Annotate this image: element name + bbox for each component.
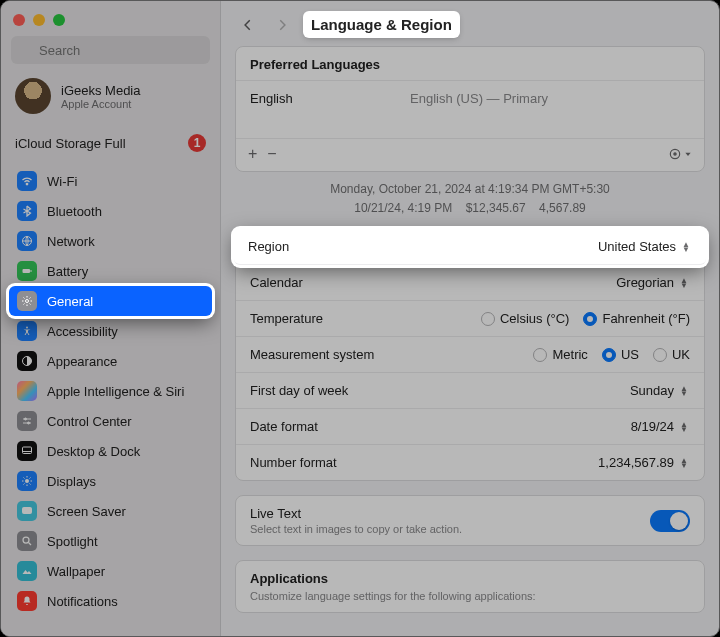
sidebar-item-control-center[interactable]: Control Center (9, 406, 212, 436)
gear-icon (17, 291, 37, 311)
language-name: English (250, 91, 410, 106)
globe-icon (17, 231, 37, 251)
svg-point-11 (25, 418, 27, 420)
apple-account-row[interactable]: iGeeks Media Apple Account (1, 74, 220, 124)
measure-us-radio[interactable]: US (602, 347, 639, 362)
wallpaper-icon (17, 561, 37, 581)
close-icon[interactable] (13, 14, 25, 26)
account-subtitle: Apple Account (61, 98, 140, 110)
svg-rect-16 (23, 508, 32, 514)
language-footer: + − (236, 138, 704, 171)
sidebar-item-label: Apple Intelligence & Siri (47, 384, 184, 399)
temp-celsius-radio[interactable]: Celsius (°C) (481, 311, 569, 326)
sidebar-item-battery[interactable]: Battery (9, 256, 212, 286)
bluetooth-icon (17, 201, 37, 221)
firstday-label: First day of week (250, 383, 348, 398)
sidebar-item-desktop-dock[interactable]: Desktop & Dock (9, 436, 212, 466)
measurement-label: Measurement system (250, 347, 374, 362)
search-input[interactable] (11, 36, 210, 64)
firstday-value: Sunday (630, 383, 674, 398)
formats-card: Region United States▲▼ Calendar Gregoria… (235, 228, 705, 481)
updown-icon: ▲▼ (680, 278, 690, 288)
remove-language-button[interactable]: − (267, 145, 276, 163)
dateformat-row[interactable]: Date format 8/19/24▲▼ (236, 409, 704, 445)
sidebar-item-label: Battery (47, 264, 88, 279)
svg-marker-21 (685, 153, 690, 156)
language-options-menu[interactable] (668, 147, 692, 161)
forward-button[interactable] (271, 14, 293, 36)
sidebar-item-network[interactable]: Network (9, 226, 212, 256)
sidebar-item-label: Wi-Fi (47, 174, 77, 189)
svg-point-6 (26, 300, 29, 303)
preview-line1: Monday, October 21, 2024 at 4:19:34 PM G… (235, 180, 705, 199)
avatar (15, 78, 51, 114)
sidebar-item-displays[interactable]: Displays (9, 466, 212, 496)
sliders-icon (17, 411, 37, 431)
sidebar-item-general[interactable]: General (9, 286, 212, 316)
battery-icon (17, 261, 37, 281)
firstday-row[interactable]: First day of week Sunday▲▼ (236, 373, 704, 409)
measure-uk-radio[interactable]: UK (653, 347, 690, 362)
sidebar-item-bluetooth[interactable]: Bluetooth (9, 196, 212, 226)
settings-window: iGeeks Media Apple Account iCloud Storag… (0, 0, 720, 637)
sidebar-item-accessibility[interactable]: Accessibility (9, 316, 212, 346)
sidebar: iGeeks Media Apple Account iCloud Storag… (1, 1, 221, 636)
sidebar-item-spotlight[interactable]: Spotlight (9, 526, 212, 556)
nav-list: Wi-Fi Bluetooth Network Battery General … (1, 166, 220, 624)
calendar-value: Gregorian (616, 275, 674, 290)
sidebar-item-label: Accessibility (47, 324, 118, 339)
back-button[interactable] (237, 14, 259, 36)
svg-rect-13 (23, 447, 32, 454)
storage-row[interactable]: iCloud Storage Full 1 (1, 124, 220, 166)
sidebar-item-label: Network (47, 234, 95, 249)
format-preview: Monday, October 21, 2024 at 4:19:34 PM G… (235, 180, 705, 218)
sidebar-item-label: Notifications (47, 594, 118, 609)
region-label: Region (248, 239, 289, 254)
sidebar-item-notifications[interactable]: Notifications (9, 586, 212, 616)
preview-money: $12,345.67 (466, 201, 526, 215)
dateformat-value: 8/19/24 (631, 419, 674, 434)
preview-date-short: 10/21/24, 4:19 PM (354, 201, 452, 215)
live-text-subtext: Select text in images to copy or take ac… (250, 523, 462, 535)
bell-icon (17, 591, 37, 611)
live-text-toggle[interactable] (650, 510, 690, 532)
sidebar-item-label: General (47, 294, 93, 309)
sidebar-item-label: Displays (47, 474, 96, 489)
applications-subtext: Customize language settings for the foll… (236, 590, 704, 612)
language-row[interactable]: English English (US) — Primary (236, 81, 704, 138)
sidebar-item-label: Screen Saver (47, 504, 126, 519)
sidebar-item-wifi[interactable]: Wi-Fi (9, 166, 212, 196)
region-row[interactable]: Region United States▲▼ (234, 229, 706, 265)
sidebar-item-appearance[interactable]: Appearance (9, 346, 212, 376)
sidebar-item-wallpaper[interactable]: Wallpaper (9, 556, 212, 586)
radio-icon (481, 312, 495, 326)
minimize-icon[interactable] (33, 14, 45, 26)
gear-icon (668, 147, 682, 161)
sidebar-item-apple-intelligence[interactable]: Apple Intelligence & Siri (9, 376, 212, 406)
content-pane: Language & Region Preferred Languages En… (221, 1, 719, 636)
search-field[interactable] (11, 36, 210, 64)
calendar-label: Calendar (250, 275, 303, 290)
fullscreen-icon[interactable] (53, 14, 65, 26)
preferred-languages-card: Preferred Languages English English (US)… (235, 46, 705, 172)
temp-fahrenheit-radio[interactable]: Fahrenheit (°F) (583, 311, 690, 326)
applications-card: Applications Customize language settings… (235, 560, 705, 613)
window-controls (1, 11, 220, 36)
measure-metric-radio[interactable]: Metric (533, 347, 587, 362)
numberformat-label: Number format (250, 455, 337, 470)
add-language-button[interactable]: + (248, 145, 257, 163)
sidebar-item-label: Spotlight (47, 534, 98, 549)
preview-number: 4,567.89 (539, 201, 586, 215)
region-value: United States (598, 239, 676, 254)
svg-point-7 (26, 327, 28, 329)
sidebar-item-label: Bluetooth (47, 204, 102, 219)
chevron-down-icon (684, 150, 692, 158)
measurement-row: Measurement system Metric US UK (236, 337, 704, 373)
sidebar-item-label: Desktop & Dock (47, 444, 140, 459)
numberformat-row[interactable]: Number format 1,234,567.89▲▼ (236, 445, 704, 480)
svg-point-2 (26, 183, 28, 185)
sidebar-item-screen-saver[interactable]: Screen Saver (9, 496, 212, 526)
radio-icon (653, 348, 667, 362)
calendar-row[interactable]: Calendar Gregorian▲▼ (236, 265, 704, 301)
temperature-label: Temperature (250, 311, 323, 326)
